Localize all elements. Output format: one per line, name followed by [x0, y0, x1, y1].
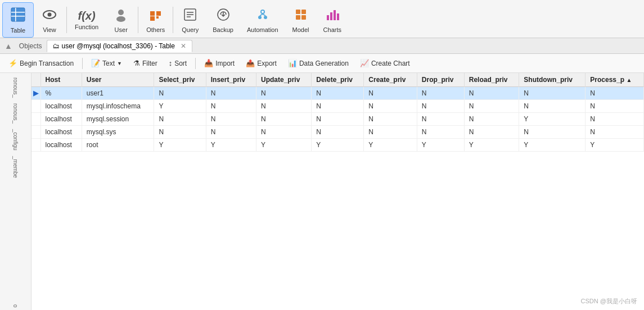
toolbar-query[interactable]: Query [174, 2, 206, 38]
sort-btn[interactable]: ↕ Sort [164, 57, 192, 70]
toolbar-charts[interactable]: Charts [317, 2, 348, 38]
svg-point-22 [262, 11, 264, 13]
filter-icon: ⚗ [133, 59, 140, 67]
close-tab-icon[interactable]: ✕ [181, 42, 186, 50]
col-host[interactable]: Host [40, 73, 82, 87]
toolbar-function[interactable]: f(x) Function [68, 2, 105, 38]
automation-icon [255, 7, 270, 24]
col-update-priv[interactable]: Update_priv [256, 73, 311, 87]
export-icon: 📤 [246, 59, 255, 67]
cell-host: localhost [40, 126, 82, 139]
toolbar-query-label: Query [182, 26, 199, 33]
col-delete-priv[interactable]: Delete_priv [312, 73, 364, 87]
svg-rect-11 [156, 16, 159, 19]
cell-select_priv: N [154, 113, 206, 126]
export-btn[interactable]: 📤 Export [241, 57, 282, 70]
svg-line-21 [263, 14, 265, 16]
create-chart-icon: 📈 [360, 59, 369, 67]
col-select-priv[interactable]: Select_priv [154, 73, 206, 87]
cell-create_priv: Y [364, 139, 417, 152]
table-row[interactable]: ▶%user1NNNNNNNNN [31, 87, 644, 100]
cell-update_priv: Y [256, 139, 311, 152]
col-create-priv[interactable]: Create_priv [364, 73, 417, 87]
cell-reload_priv: N [464, 126, 519, 139]
cell-update_priv: N [256, 100, 311, 113]
cell-reload_priv: Y [464, 139, 519, 152]
toolbar-table[interactable]: Table [2, 2, 34, 38]
svg-point-7 [116, 16, 125, 22]
cell-host: localhost [40, 139, 82, 152]
col-process-p[interactable]: Process_p ▲ [586, 73, 644, 87]
svg-rect-26 [301, 15, 306, 20]
text-btn[interactable]: 📝 Text ▼ [86, 57, 127, 70]
cell-process_p: N [586, 100, 644, 113]
sidebar-item-5[interactable]: o [11, 302, 20, 310]
col-user[interactable]: User [82, 73, 154, 87]
cell-delete_priv: N [312, 126, 364, 139]
begin-transaction-btn[interactable]: ⚡ Begin Transaction [3, 57, 79, 70]
toolbar-others-label: Others [146, 26, 165, 33]
active-tab[interactable]: 🗂 user @mysql (localhost_3306) - Table ✕ [47, 40, 192, 52]
table-header-row: Host User Select_priv Insert_priv Update… [31, 73, 644, 87]
svg-rect-28 [330, 12, 332, 20]
toolbar-view[interactable]: View [34, 2, 65, 38]
sidebar-item-2[interactable]: ronous_ [11, 101, 20, 126]
text-icon: 📝 [91, 59, 100, 67]
cell-reload_priv: N [464, 87, 519, 100]
table-icon [10, 7, 26, 25]
toolbar-charts-label: Charts [323, 26, 341, 33]
cell-update_priv: N [256, 126, 311, 139]
sidebar-item-1[interactable]: ronous_ [11, 75, 20, 100]
toolbar-others[interactable]: Others [139, 2, 172, 38]
cell-drop_priv: N [417, 113, 464, 126]
cell-process_p: Y [586, 139, 644, 152]
cell-shutdown_priv: Y [519, 113, 586, 126]
toolbar-model-label: Model [292, 26, 309, 33]
import-btn[interactable]: 📥 Import [199, 57, 240, 70]
col-drop-priv[interactable]: Drop_priv [417, 73, 464, 87]
create-chart-label: Create Chart [371, 60, 410, 67]
active-tab-label: user @mysql (localhost_3306) - Table [62, 42, 175, 50]
toolbar-divider-1 [66, 7, 67, 33]
svg-rect-24 [301, 10, 306, 14]
toolbar: Table View f(x) Function User Others Que… [0, 0, 644, 38]
cell-insert_priv: N [206, 113, 256, 126]
toolbar-view-label: View [43, 26, 56, 33]
cell-process_p: N [586, 87, 644, 100]
table-row[interactable]: localhostmysql.sessionNNNNNNNYN [31, 113, 644, 126]
row-marker [31, 139, 40, 152]
filter-btn[interactable]: ⚗ Filter [128, 57, 163, 70]
create-chart-btn[interactable]: 📈 Create Chart [355, 57, 415, 70]
sidebar-item-3[interactable]: _configu [11, 127, 20, 153]
col-reload-priv[interactable]: Reload_priv [464, 73, 519, 87]
row-marker [31, 126, 40, 139]
row-marker: ▶ [31, 87, 40, 100]
objects-tab[interactable]: Objects [15, 40, 47, 52]
cell-drop_priv: N [417, 126, 464, 139]
toolbar-model[interactable]: Model [285, 2, 317, 38]
sidebar: ronous_ ronous_ _configu _membe o [0, 73, 31, 310]
svg-rect-25 [296, 15, 300, 20]
toolbar-function-label: Function [75, 24, 98, 30]
col-shutdown-priv[interactable]: Shutdown_priv [519, 73, 586, 87]
others-icon [148, 7, 163, 24]
svg-rect-3 [11, 16, 25, 17]
toolbar-backup[interactable]: Backup [206, 2, 240, 38]
svg-rect-8 [150, 11, 155, 16]
toolbar-automation-label: Automation [247, 26, 278, 33]
sidebar-item-4[interactable]: _membe [11, 154, 20, 180]
data-generation-btn[interactable]: 📊 Data Generation [283, 57, 354, 70]
toolbar-user[interactable]: User [105, 2, 137, 38]
cell-host: localhost [40, 100, 82, 113]
table-row[interactable]: localhostrootYYYYYYYYY [31, 139, 644, 152]
cell-user: mysql.infoschema [82, 100, 154, 113]
table-row[interactable]: localhostmysql.infoschemaYNNNNNNNN [31, 100, 644, 113]
col-insert-priv[interactable]: Insert_priv [206, 73, 256, 87]
sidebar-collapse-btn[interactable]: ▲ [2, 42, 15, 51]
toolbar-automation[interactable]: Automation [240, 2, 285, 38]
table-row[interactable]: localhostmysql.sysNNNNNNNNN [31, 126, 644, 139]
cell-select_priv: N [154, 87, 206, 100]
main-layout: ronous_ ronous_ _configu _membe o Host U… [0, 73, 644, 310]
query-icon [183, 7, 197, 24]
sort-icon: ↕ [169, 59, 173, 67]
